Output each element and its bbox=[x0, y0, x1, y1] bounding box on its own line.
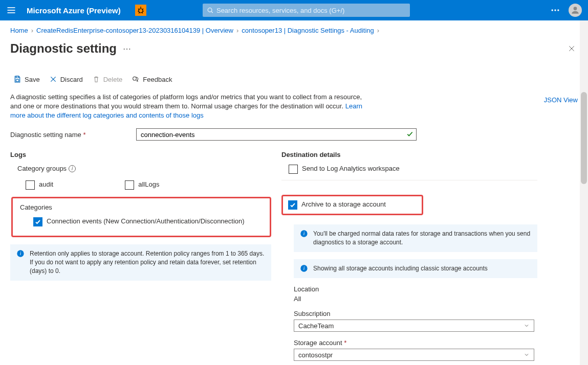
archive-highlight-box: Archive to a storage account bbox=[281, 195, 423, 215]
preview-bug-icon[interactable] bbox=[135, 5, 146, 16]
svg-line-5 bbox=[138, 9, 139, 10]
setting-name-input[interactable] bbox=[136, 128, 417, 141]
archive-label: Archive to a storage account bbox=[301, 200, 386, 208]
alllogs-label: allLogs bbox=[138, 180, 159, 188]
svg-point-11 bbox=[208, 8, 212, 12]
search-box[interactable] bbox=[203, 4, 410, 17]
logs-heading: Logs bbox=[10, 151, 271, 158]
scrollbar-thumb[interactable] bbox=[581, 92, 587, 184]
chevron-down-icon bbox=[524, 323, 530, 329]
brand-label[interactable]: Microsoft Azure (Preview) bbox=[27, 6, 121, 15]
valid-check-icon bbox=[406, 130, 413, 138]
breadcrumb: Home › CreateRedisEnterprise-contosoper1… bbox=[10, 27, 578, 34]
info-icon: i bbox=[300, 230, 308, 238]
info-icon: i bbox=[300, 264, 308, 272]
svg-rect-19 bbox=[16, 76, 18, 78]
avatar[interactable] bbox=[569, 4, 582, 17]
svg-text:i: i bbox=[303, 231, 305, 236]
subscription-select[interactable]: CacheTeam bbox=[294, 320, 534, 332]
chevron-down-icon bbox=[524, 352, 530, 358]
showall-info-box: i Showing all storage accounts including… bbox=[294, 259, 537, 278]
svg-point-14 bbox=[554, 9, 556, 11]
info-icon: i bbox=[16, 249, 25, 258]
breadcrumb-home[interactable]: Home bbox=[10, 27, 28, 34]
svg-text:i: i bbox=[303, 266, 305, 271]
description-text: A diagnostic setting specifies a list of… bbox=[10, 93, 368, 120]
search-input[interactable] bbox=[216, 7, 406, 14]
chevron-right-icon: › bbox=[31, 27, 33, 34]
breadcrumb-resource[interactable]: contosoper13 | Diagnostic Settings - Aud… bbox=[242, 27, 374, 34]
setting-name-label: Diagnostic setting name * bbox=[10, 131, 136, 139]
log-analytics-checkbox[interactable]: Send to Log Analytics workspace bbox=[289, 165, 537, 174]
audit-label: audit bbox=[39, 180, 53, 188]
log-analytics-label: Send to Log Analytics workspace bbox=[302, 165, 400, 172]
feedback-button[interactable]: Feedback bbox=[132, 75, 172, 83]
category-groups-label: Category groups i bbox=[17, 165, 271, 172]
charge-info-box: i You'll be charged normal data rates fo… bbox=[294, 224, 537, 252]
breadcrumb-deployment[interactable]: CreateRedisEnterprise-contosoper13-20230… bbox=[36, 27, 233, 34]
retention-info-box: i Retention only applies to storage acco… bbox=[10, 244, 271, 281]
subscription-value: CacheTeam bbox=[298, 322, 334, 330]
categories-highlight-box: Categories Connection events (New Connec… bbox=[11, 197, 271, 237]
top-header: Microsoft Azure (Preview) bbox=[0, 0, 588, 20]
showall-info-text: Showing all storage accounts including c… bbox=[313, 264, 488, 273]
description-body: A diagnostic setting specifies a list of… bbox=[10, 93, 362, 110]
location-value: All bbox=[294, 295, 537, 303]
menu-icon[interactable] bbox=[6, 5, 16, 15]
storage-account-label: Storage account * bbox=[294, 339, 537, 347]
location-label: Location bbox=[294, 285, 537, 293]
json-view-link[interactable]: JSON View bbox=[544, 96, 578, 104]
save-button[interactable]: Save bbox=[13, 75, 40, 83]
svg-line-10 bbox=[142, 12, 143, 13]
command-toolbar: Save Discard Delete Feedback bbox=[10, 75, 578, 83]
svg-point-23 bbox=[133, 77, 137, 80]
page-title: Diagnostic setting bbox=[10, 41, 117, 56]
discard-label: Discard bbox=[60, 76, 83, 83]
storage-account-select[interactable]: contosostpr bbox=[294, 349, 534, 361]
charge-info-text: You'll be charged normal data rates for … bbox=[313, 230, 531, 247]
subscription-label: Subscription bbox=[294, 310, 537, 317]
svg-rect-20 bbox=[16, 80, 18, 82]
content-area: Home › CreateRedisEnterprise-contosoper1… bbox=[0, 20, 588, 365]
chevron-right-icon: › bbox=[236, 27, 238, 34]
svg-line-12 bbox=[211, 12, 212, 13]
save-label: Save bbox=[25, 76, 40, 83]
svg-point-13 bbox=[552, 9, 553, 11]
destination-heading: Destination details bbox=[281, 151, 537, 158]
svg-point-16 bbox=[574, 7, 577, 10]
connection-events-checkbox[interactable]: Connection events (New Connection/Authen… bbox=[33, 217, 265, 226]
svg-point-3 bbox=[139, 9, 143, 13]
connection-events-label: Connection events (New Connection/Authen… bbox=[47, 217, 245, 225]
categories-label: Categories bbox=[20, 203, 265, 211]
svg-line-6 bbox=[142, 9, 143, 10]
svg-line-9 bbox=[139, 12, 140, 13]
alllogs-checkbox[interactable]: allLogs bbox=[125, 180, 159, 190]
retention-info-text: Retention only applies to storage accoun… bbox=[30, 249, 265, 276]
vertical-scrollbar[interactable] bbox=[580, 20, 588, 365]
more-icon[interactable] bbox=[550, 5, 560, 15]
info-icon[interactable]: i bbox=[69, 165, 76, 172]
title-more-icon[interactable]: ⋯ bbox=[123, 44, 132, 54]
archive-checkbox[interactable]: Archive to a storage account bbox=[288, 200, 386, 210]
chevron-right-icon: › bbox=[377, 27, 379, 34]
svg-text:i: i bbox=[20, 251, 21, 256]
feedback-label: Feedback bbox=[143, 76, 172, 83]
svg-point-15 bbox=[557, 9, 559, 11]
delete-label: Delete bbox=[103, 76, 123, 83]
destination-column: Destination details Send to Log Analytic… bbox=[281, 151, 537, 361]
close-icon[interactable] bbox=[568, 44, 576, 53]
logs-column: Logs Category groups i audit allLogs Cat… bbox=[10, 151, 271, 361]
discard-button[interactable]: Discard bbox=[49, 75, 83, 83]
delete-button: Delete bbox=[92, 75, 123, 83]
audit-checkbox[interactable]: audit bbox=[26, 180, 53, 190]
storage-account-value: contosostpr bbox=[298, 351, 333, 359]
